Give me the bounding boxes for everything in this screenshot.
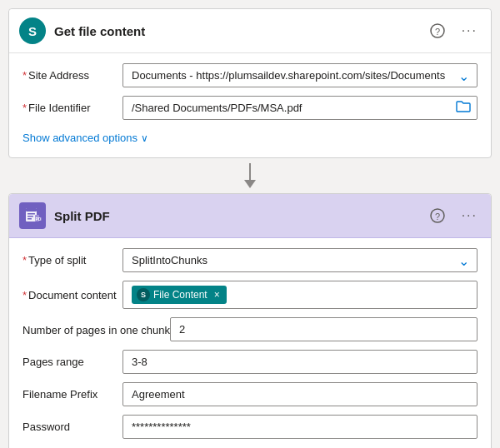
pages-per-chunk-label: Number of pages in one chunk — [22, 317, 170, 336]
svg-text:PDF: PDF — [36, 217, 42, 222]
site-address-select[interactable]: Documents - https://plumsaildev.sharepoi… — [122, 63, 478, 87]
filename-prefix-input[interactable] — [122, 382, 478, 406]
get-file-more-button[interactable]: ··· — [458, 22, 481, 40]
pages-range-row: Pages range — [22, 350, 478, 374]
password-control — [122, 415, 478, 439]
type-of-split-row: *Type of split SplitIntoChunks ⌄ — [22, 248, 478, 272]
split-pdf-header-left: PDF Split PDF — [19, 202, 110, 229]
type-of-split-control: SplitIntoChunks ⌄ — [122, 248, 478, 272]
split-pdf-more-button[interactable]: ··· — [458, 207, 481, 225]
document-content-label: *Document content — [22, 289, 122, 301]
svg-text:?: ? — [435, 212, 440, 222]
document-content-control: S File Content × — [122, 281, 478, 309]
document-content-row: *Document content S File Content × — [22, 281, 478, 309]
svg-rect-4 — [28, 213, 35, 215]
svg-rect-3 — [26, 208, 37, 212]
show-advanced-button[interactable]: Show advanced options ∨ — [22, 128, 148, 147]
tag-close-icon[interactable]: × — [214, 290, 220, 300]
pages-range-label: Pages range — [22, 356, 122, 368]
split-pdf-header: PDF Split PDF ? ··· — [9, 194, 491, 238]
site-address-row: *Site Address Documents - https://plumsa… — [22, 63, 478, 87]
document-content-input[interactable]: S File Content × — [122, 281, 478, 309]
get-file-body: *Site Address Documents - https://plumsa… — [9, 53, 491, 157]
split-pdf-actions: ? ··· — [427, 207, 481, 225]
pages-per-chunk-row: Number of pages in one chunk — [22, 317, 478, 341]
tag-s-icon: S — [137, 288, 150, 301]
site-address-control: Documents - https://plumsaildev.sharepoi… — [122, 63, 478, 87]
site-address-select-wrapper: Documents - https://plumsaildev.sharepoi… — [122, 63, 478, 87]
get-file-help-button[interactable]: ? — [427, 22, 448, 40]
pages-range-input[interactable] — [122, 350, 478, 374]
flow-connector — [244, 158, 256, 193]
get-file-header-left: S Get file content — [19, 17, 145, 44]
pages-range-control — [122, 350, 478, 374]
svg-rect-6 — [28, 218, 32, 220]
split-pdf-icon: PDF — [19, 202, 46, 229]
get-file-actions: ? ··· — [427, 22, 481, 40]
split-pdf-title: Split PDF — [54, 209, 110, 223]
type-of-split-label: *Type of split — [22, 254, 122, 266]
svg-rect-5 — [28, 216, 33, 217]
show-advanced-chevron-icon: ∨ — [141, 132, 148, 144]
password-input[interactable] — [122, 415, 478, 439]
split-pdf-body: *Type of split SplitIntoChunks ⌄ *Docume… — [9, 238, 491, 448]
get-file-icon: S — [19, 17, 46, 44]
password-label: Password — [22, 421, 122, 433]
filename-prefix-row: Filename Prefix — [22, 382, 478, 406]
type-of-split-select-wrapper: SplitIntoChunks ⌄ — [122, 248, 478, 272]
tag-label: File Content — [153, 289, 208, 301]
split-pdf-card: PDF Split PDF ? ··· *Type of split — [8, 193, 492, 448]
get-file-header: S Get file content ? ··· — [9, 9, 491, 53]
site-address-required: * — [22, 69, 27, 82]
filename-prefix-label: Filename Prefix — [22, 388, 122, 401]
site-address-label: *Site Address — [22, 69, 122, 82]
type-of-split-select[interactable]: SplitIntoChunks — [122, 248, 478, 272]
get-file-title: Get file content — [54, 24, 145, 38]
filename-prefix-control — [122, 382, 478, 406]
file-identifier-row: *File Identifier — [22, 96, 478, 120]
file-content-tag: S File Content × — [132, 286, 227, 304]
file-identifier-input[interactable] — [122, 96, 478, 120]
show-advanced-label: Show advanced options — [22, 132, 138, 144]
pages-per-chunk-input[interactable] — [170, 317, 478, 341]
pages-per-chunk-control — [170, 317, 478, 341]
split-pdf-help-button[interactable]: ? — [427, 207, 448, 225]
svg-text:?: ? — [435, 27, 440, 37]
connector-arrow-icon — [244, 180, 256, 188]
folder-icon — [456, 100, 471, 117]
file-identifier-label: *File Identifier — [22, 102, 122, 114]
file-identifier-control — [122, 96, 478, 120]
get-file-card: S Get file content ? ··· *Site Address — [8, 8, 492, 158]
file-identifier-required: * — [22, 102, 27, 114]
connector-line — [249, 163, 251, 180]
password-row: Password — [22, 415, 478, 439]
